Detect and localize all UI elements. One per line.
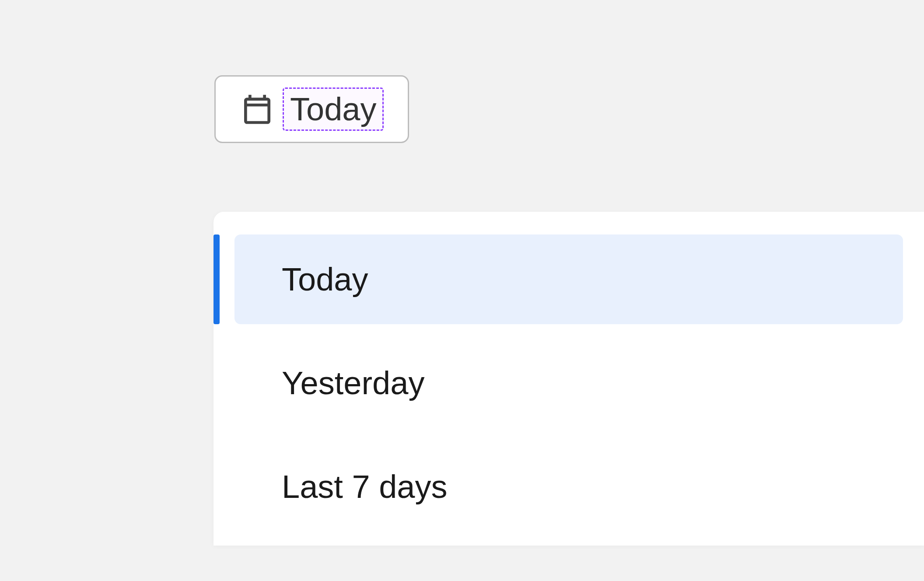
dropdown-option-label: Last 7 days xyxy=(282,469,447,505)
selected-date-range-label: Today xyxy=(283,88,384,131)
dropdown-option-last-7-days[interactable]: Last 7 days xyxy=(234,442,903,532)
dropdown-option-yesterday[interactable]: Yesterday xyxy=(234,338,903,428)
calendar-icon xyxy=(240,92,275,127)
dropdown-option-label: Today xyxy=(282,261,368,298)
selected-indicator xyxy=(214,234,220,324)
date-range-dropdown: Today Yesterday Last 7 days xyxy=(214,212,924,546)
date-range-button[interactable]: Today xyxy=(214,75,409,143)
dropdown-option-today[interactable]: Today xyxy=(234,234,903,324)
dropdown-option-label: Yesterday xyxy=(282,365,424,401)
